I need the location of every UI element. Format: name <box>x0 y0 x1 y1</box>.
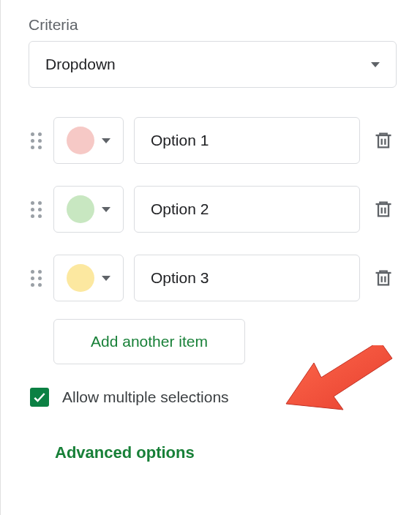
color-swatch <box>67 264 94 292</box>
color-swatch <box>67 195 94 223</box>
drag-handle-icon[interactable] <box>29 270 43 287</box>
criteria-select[interactable]: Dropdown <box>29 41 397 88</box>
delete-option-button[interactable] <box>370 268 397 288</box>
drag-handle-icon[interactable] <box>29 132 43 149</box>
trash-icon <box>373 130 394 151</box>
delete-option-button[interactable] <box>370 199 397 219</box>
chip-color-select[interactable] <box>53 255 124 301</box>
chip-color-select[interactable] <box>53 117 124 164</box>
chevron-down-icon <box>371 62 380 67</box>
allow-multiple-row: Allow multiple selections <box>30 388 397 407</box>
allow-multiple-checkbox[interactable] <box>30 388 49 407</box>
option-row <box>29 186 397 233</box>
trash-icon <box>373 268 394 288</box>
allow-multiple-label: Allow multiple selections <box>62 388 229 406</box>
chevron-down-icon <box>102 207 110 212</box>
option-value-input[interactable] <box>134 186 360 233</box>
chevron-down-icon <box>102 138 110 143</box>
options-list <box>29 117 397 301</box>
data-validation-panel: Criteria Dropdown <box>0 0 420 515</box>
chevron-down-icon <box>102 276 110 281</box>
add-another-item-button[interactable]: Add another item <box>53 319 245 364</box>
check-icon <box>32 390 47 405</box>
trash-icon <box>373 199 394 219</box>
advanced-options-link[interactable]: Advanced options <box>55 443 397 462</box>
chip-color-select[interactable] <box>53 186 124 233</box>
drag-handle-icon[interactable] <box>29 201 43 218</box>
delete-option-button[interactable] <box>370 130 397 151</box>
add-item-label: Add another item <box>91 333 208 350</box>
option-value-input[interactable] <box>134 117 360 164</box>
option-row <box>29 117 397 164</box>
criteria-select-value: Dropdown <box>45 56 116 73</box>
option-row <box>29 255 397 301</box>
criteria-label: Criteria <box>29 16 397 34</box>
color-swatch <box>67 127 94 154</box>
advanced-options-label: Advanced options <box>55 443 195 462</box>
option-value-input[interactable] <box>134 255 360 301</box>
